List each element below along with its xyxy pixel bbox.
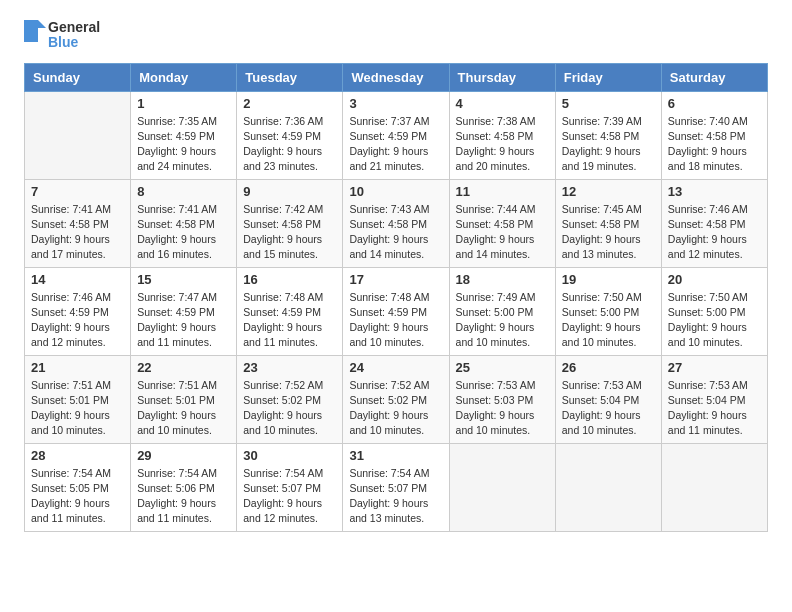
calendar-cell: 21Sunrise: 7:51 AMSunset: 5:01 PMDayligh… xyxy=(25,355,131,443)
calendar-cell: 15Sunrise: 7:47 AMSunset: 4:59 PMDayligh… xyxy=(131,267,237,355)
day-number: 3 xyxy=(349,96,442,111)
day-info: Sunrise: 7:53 AMSunset: 5:04 PMDaylight:… xyxy=(668,378,761,439)
day-info: Sunrise: 7:37 AMSunset: 4:59 PMDaylight:… xyxy=(349,114,442,175)
calendar-cell: 19Sunrise: 7:50 AMSunset: 5:00 PMDayligh… xyxy=(555,267,661,355)
day-number: 26 xyxy=(562,360,655,375)
day-info: Sunrise: 7:48 AMSunset: 4:59 PMDaylight:… xyxy=(243,290,336,351)
day-info: Sunrise: 7:50 AMSunset: 5:00 PMDaylight:… xyxy=(562,290,655,351)
day-info: Sunrise: 7:54 AMSunset: 5:06 PMDaylight:… xyxy=(137,466,230,527)
calendar-cell: 3Sunrise: 7:37 AMSunset: 4:59 PMDaylight… xyxy=(343,91,449,179)
day-number: 7 xyxy=(31,184,124,199)
day-number: 13 xyxy=(668,184,761,199)
calendar-cell: 18Sunrise: 7:49 AMSunset: 5:00 PMDayligh… xyxy=(449,267,555,355)
day-info: Sunrise: 7:44 AMSunset: 4:58 PMDaylight:… xyxy=(456,202,549,263)
day-info: Sunrise: 7:52 AMSunset: 5:02 PMDaylight:… xyxy=(349,378,442,439)
day-info: Sunrise: 7:51 AMSunset: 5:01 PMDaylight:… xyxy=(31,378,124,439)
header-day-friday: Friday xyxy=(555,63,661,91)
day-number: 27 xyxy=(668,360,761,375)
calendar-cell: 9Sunrise: 7:42 AMSunset: 4:58 PMDaylight… xyxy=(237,179,343,267)
day-info: Sunrise: 7:50 AMSunset: 5:00 PMDaylight:… xyxy=(668,290,761,351)
day-info: Sunrise: 7:41 AMSunset: 4:58 PMDaylight:… xyxy=(137,202,230,263)
day-info: Sunrise: 7:41 AMSunset: 4:58 PMDaylight:… xyxy=(31,202,124,263)
header-day-thursday: Thursday xyxy=(449,63,555,91)
day-info: Sunrise: 7:54 AMSunset: 5:07 PMDaylight:… xyxy=(243,466,336,527)
calendar-cell: 2Sunrise: 7:36 AMSunset: 4:59 PMDaylight… xyxy=(237,91,343,179)
day-number: 1 xyxy=(137,96,230,111)
day-number: 8 xyxy=(137,184,230,199)
logo-area: GeneralBlue xyxy=(24,20,100,51)
calendar-cell: 30Sunrise: 7:54 AMSunset: 5:07 PMDayligh… xyxy=(237,443,343,531)
day-number: 23 xyxy=(243,360,336,375)
day-number: 28 xyxy=(31,448,124,463)
day-info: Sunrise: 7:47 AMSunset: 4:59 PMDaylight:… xyxy=(137,290,230,351)
header-day-monday: Monday xyxy=(131,63,237,91)
day-info: Sunrise: 7:40 AMSunset: 4:58 PMDaylight:… xyxy=(668,114,761,175)
day-number: 11 xyxy=(456,184,549,199)
header-day-sunday: Sunday xyxy=(25,63,131,91)
calendar-cell: 11Sunrise: 7:44 AMSunset: 4:58 PMDayligh… xyxy=(449,179,555,267)
calendar-cell: 4Sunrise: 7:38 AMSunset: 4:58 PMDaylight… xyxy=(449,91,555,179)
day-info: Sunrise: 7:39 AMSunset: 4:58 PMDaylight:… xyxy=(562,114,655,175)
week-row-5: 28Sunrise: 7:54 AMSunset: 5:05 PMDayligh… xyxy=(25,443,768,531)
day-number: 6 xyxy=(668,96,761,111)
calendar-cell xyxy=(661,443,767,531)
day-info: Sunrise: 7:48 AMSunset: 4:59 PMDaylight:… xyxy=(349,290,442,351)
logo: GeneralBlue xyxy=(24,20,100,51)
calendar-cell: 22Sunrise: 7:51 AMSunset: 5:01 PMDayligh… xyxy=(131,355,237,443)
day-number: 4 xyxy=(456,96,549,111)
calendar-cell: 14Sunrise: 7:46 AMSunset: 4:59 PMDayligh… xyxy=(25,267,131,355)
week-row-3: 14Sunrise: 7:46 AMSunset: 4:59 PMDayligh… xyxy=(25,267,768,355)
day-number: 20 xyxy=(668,272,761,287)
day-info: Sunrise: 7:38 AMSunset: 4:58 PMDaylight:… xyxy=(456,114,549,175)
calendar-cell: 31Sunrise: 7:54 AMSunset: 5:07 PMDayligh… xyxy=(343,443,449,531)
day-number: 10 xyxy=(349,184,442,199)
day-info: Sunrise: 7:46 AMSunset: 4:59 PMDaylight:… xyxy=(31,290,124,351)
day-number: 12 xyxy=(562,184,655,199)
calendar-cell: 23Sunrise: 7:52 AMSunset: 5:02 PMDayligh… xyxy=(237,355,343,443)
calendar-cell: 10Sunrise: 7:43 AMSunset: 4:58 PMDayligh… xyxy=(343,179,449,267)
day-number: 2 xyxy=(243,96,336,111)
header-day-wednesday: Wednesday xyxy=(343,63,449,91)
day-info: Sunrise: 7:46 AMSunset: 4:58 PMDaylight:… xyxy=(668,202,761,263)
week-row-1: 1Sunrise: 7:35 AMSunset: 4:59 PMDaylight… xyxy=(25,91,768,179)
calendar-cell: 13Sunrise: 7:46 AMSunset: 4:58 PMDayligh… xyxy=(661,179,767,267)
day-number: 30 xyxy=(243,448,336,463)
calendar-cell: 17Sunrise: 7:48 AMSunset: 4:59 PMDayligh… xyxy=(343,267,449,355)
calendar-cell xyxy=(25,91,131,179)
day-number: 24 xyxy=(349,360,442,375)
header-day-saturday: Saturday xyxy=(661,63,767,91)
day-info: Sunrise: 7:36 AMSunset: 4:59 PMDaylight:… xyxy=(243,114,336,175)
calendar-table: SundayMondayTuesdayWednesdayThursdayFrid… xyxy=(24,63,768,532)
day-number: 17 xyxy=(349,272,442,287)
week-row-4: 21Sunrise: 7:51 AMSunset: 5:01 PMDayligh… xyxy=(25,355,768,443)
day-number: 19 xyxy=(562,272,655,287)
day-info: Sunrise: 7:52 AMSunset: 5:02 PMDaylight:… xyxy=(243,378,336,439)
day-info: Sunrise: 7:54 AMSunset: 5:07 PMDaylight:… xyxy=(349,466,442,527)
calendar-cell: 1Sunrise: 7:35 AMSunset: 4:59 PMDaylight… xyxy=(131,91,237,179)
calendar-cell: 7Sunrise: 7:41 AMSunset: 4:58 PMDaylight… xyxy=(25,179,131,267)
day-info: Sunrise: 7:45 AMSunset: 4:58 PMDaylight:… xyxy=(562,202,655,263)
header-day-tuesday: Tuesday xyxy=(237,63,343,91)
day-info: Sunrise: 7:53 AMSunset: 5:03 PMDaylight:… xyxy=(456,378,549,439)
calendar-cell: 29Sunrise: 7:54 AMSunset: 5:06 PMDayligh… xyxy=(131,443,237,531)
calendar-cell: 28Sunrise: 7:54 AMSunset: 5:05 PMDayligh… xyxy=(25,443,131,531)
calendar-cell: 8Sunrise: 7:41 AMSunset: 4:58 PMDaylight… xyxy=(131,179,237,267)
day-number: 16 xyxy=(243,272,336,287)
calendar-cell: 6Sunrise: 7:40 AMSunset: 4:58 PMDaylight… xyxy=(661,91,767,179)
day-number: 5 xyxy=(562,96,655,111)
calendar-cell: 12Sunrise: 7:45 AMSunset: 4:58 PMDayligh… xyxy=(555,179,661,267)
calendar-cell: 27Sunrise: 7:53 AMSunset: 5:04 PMDayligh… xyxy=(661,355,767,443)
day-number: 21 xyxy=(31,360,124,375)
day-number: 29 xyxy=(137,448,230,463)
day-info: Sunrise: 7:43 AMSunset: 4:58 PMDaylight:… xyxy=(349,202,442,263)
calendar-cell: 26Sunrise: 7:53 AMSunset: 5:04 PMDayligh… xyxy=(555,355,661,443)
day-number: 22 xyxy=(137,360,230,375)
day-info: Sunrise: 7:54 AMSunset: 5:05 PMDaylight:… xyxy=(31,466,124,527)
day-number: 9 xyxy=(243,184,336,199)
calendar-cell: 24Sunrise: 7:52 AMSunset: 5:02 PMDayligh… xyxy=(343,355,449,443)
calendar-cell: 25Sunrise: 7:53 AMSunset: 5:03 PMDayligh… xyxy=(449,355,555,443)
day-info: Sunrise: 7:42 AMSunset: 4:58 PMDaylight:… xyxy=(243,202,336,263)
day-number: 18 xyxy=(456,272,549,287)
week-row-2: 7Sunrise: 7:41 AMSunset: 4:58 PMDaylight… xyxy=(25,179,768,267)
calendar-header-row: SundayMondayTuesdayWednesdayThursdayFrid… xyxy=(25,63,768,91)
